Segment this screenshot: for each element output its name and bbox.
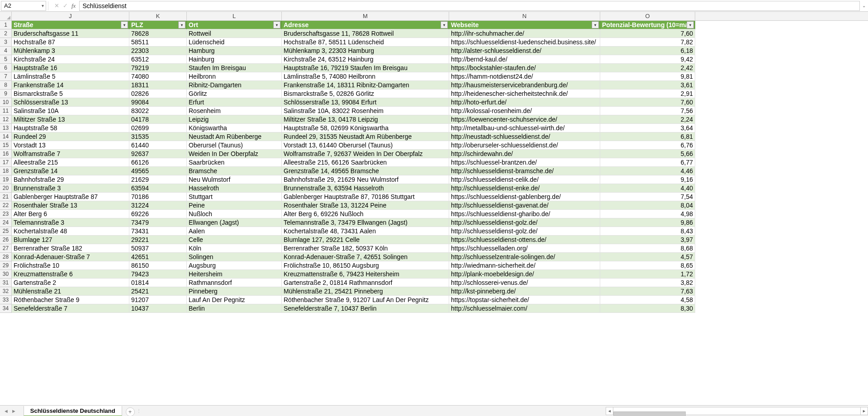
cell[interactable]: Bruderschaftsgasse 11, 78628 Rottweil [282,29,449,38]
cell[interactable]: Konrad-Adenauer-Straße 7, 42651 Solingen [282,253,449,261]
row-header[interactable]: 22 [0,201,12,210]
cell[interactable]: 4,58 [600,296,695,304]
cell[interactable]: Hauptstraße 58 [12,124,129,132]
row-header[interactable]: 28 [0,253,12,261]
cell[interactable]: Vorstadt 13 [12,141,129,150]
cell[interactable]: Hochstraße 87, 58511 Lüdenscheid [282,38,449,47]
cell[interactable]: Kochertalstraße 48, 73431 Aalen [282,227,449,236]
cell[interactable]: 79219 [129,64,187,72]
cell[interactable]: Heitersheim [187,270,282,279]
cell[interactable]: Bismarckstraße 5, 02826 Görlitz [282,90,449,98]
cell[interactable]: Weiden In Der Oberpfalz [187,150,282,158]
cell[interactable]: http://kolossal-rosenheim.de/ [449,107,600,115]
cell[interactable]: Bismarckstraße 5 [12,90,129,98]
cell[interactable]: Mühlenkamp 3 [12,47,129,55]
cell[interactable]: Rottweil [187,29,282,38]
cell[interactable]: Görlitz [187,90,282,98]
cell[interactable]: 79423 [129,270,187,279]
row-header[interactable]: 26 [0,236,12,244]
cell[interactable]: Lämlinstraße 5, 74080 Heilbronn [282,72,449,81]
cell[interactable]: Leipzig [187,115,282,124]
cell[interactable]: 2,24 [600,115,695,124]
row-header[interactable]: 23 [0,210,12,218]
cell[interactable]: Stuttgart [187,193,282,201]
cell[interactable]: http://neustadt-schluesseldienst.de/ [449,132,600,141]
cell[interactable]: https://schluesseldienst-ottens.de/ [449,236,600,244]
cell[interactable]: https://bockstahler-staufen.de/ [449,64,600,72]
cell[interactable]: 6,76 [600,141,695,150]
row-header[interactable]: 14 [0,132,12,141]
cell[interactable]: Frölichstraße 10 [12,261,129,270]
cell[interactable]: Mühlenstraße 21, 25421 Pinneberg [282,287,449,296]
cell[interactable]: Berrenrather Straße 182, 50937 Köln [282,244,449,253]
cell[interactable]: Telemannstraße 3 [12,218,129,227]
cell[interactable]: Bahnhofstraße 29 [12,175,129,184]
cell[interactable]: https://schluessel-brantzen.de/ [449,158,600,167]
cell[interactable]: https://schluesseldienst-luedenscheid.bu… [449,38,600,47]
cell[interactable]: http://schluesseldienst-enke.de/ [449,184,600,193]
cell[interactable]: Brunnenstraße 3, 63594 Hasselroth [282,184,449,193]
cell[interactable]: 99084 [129,98,187,107]
cell[interactable]: 21629 [129,175,187,184]
cell[interactable]: Berlin [187,304,282,313]
cell[interactable]: Mühlenkamp 3, 22303 Hamburg [282,47,449,55]
row-header[interactable]: 6 [0,64,12,72]
cell[interactable]: http://schlosserei-venus.de/ [449,279,600,287]
col-header-j[interactable]: J [12,12,129,20]
cell[interactable]: 3,82 [600,279,695,287]
cell[interactable]: Erfurt [187,98,282,107]
cell[interactable]: Blumlage 127 [12,236,129,244]
filter-dropdown-icon[interactable]: ▾ [592,21,599,28]
cell[interactable]: 25421 [129,287,187,296]
row-header[interactable]: 24 [0,218,12,227]
cell[interactable]: Neu Wulmstorf [187,175,282,184]
cell[interactable]: 02826 [129,90,187,98]
row-header[interactable]: 11 [0,107,12,115]
cell[interactable]: Rosenthaler Straße 13 [12,201,129,210]
cell[interactable]: Hochstraße 87 [12,38,129,47]
cell[interactable]: http://schluesseldienst-gavenat.de/ [449,201,600,210]
cell[interactable]: 4,46 [600,167,695,175]
cell[interactable]: Hamburg [187,47,282,55]
cell[interactable]: Senefelderstraße 7, 10437 Berlin [282,304,449,313]
cell[interactable]: 6,81 [600,132,695,141]
cell[interactable]: Wolframstraße 7, 92637 Weiden In Der Obe… [282,150,449,158]
cell[interactable]: Bramsche [187,167,282,175]
col-header-o[interactable]: O [600,12,695,20]
cell[interactable]: 9,16 [600,175,695,184]
cell[interactable]: http://schluesseldienst-golz.de/ [449,227,600,236]
cell[interactable]: https://loewencenter-schuhservice.de/ [449,115,600,124]
cell[interactable]: Konrad-Adenauer-Straße 7 [12,253,129,261]
cell[interactable]: Lüdenscheid [187,38,282,47]
cell[interactable]: Mühlenstraße 21 [12,287,129,296]
cell[interactable]: Alter Berg 6 [12,210,129,218]
row-header[interactable]: 18 [0,167,12,175]
select-all-corner[interactable] [0,12,12,20]
cell[interactable]: Hainburg [187,55,282,64]
filter-dropdown-icon[interactable]: ▾ [121,21,128,28]
cell[interactable]: 8,30 [600,304,695,313]
cell[interactable]: https://topstar-sicherheit.de/ [449,296,600,304]
row-header[interactable]: 29 [0,261,12,270]
cell[interactable]: Telemannstraße 3, 73479 Ellwangen (Jagst… [282,218,449,227]
cell[interactable]: Gablenberger Hauptstraße 87, 70186 Stutt… [282,193,449,201]
filter-dropdown-icon[interactable]: ▾ [273,21,280,28]
cell[interactable]: Wolframstraße 7 [12,150,129,158]
cell[interactable]: Ribnitz-Damgarten [187,81,282,90]
cell[interactable]: Schlösserstraße 13, 99084 Erfurt [282,98,449,107]
cell[interactable]: Miltitzer Straße 13 [12,115,129,124]
cell[interactable]: Kirchstraße 24 [12,55,129,64]
cell[interactable]: 2,42 [600,64,695,72]
cell[interactable]: 3,64 [600,124,695,132]
cell[interactable]: 8,43 [600,227,695,236]
cell[interactable]: 7,60 [600,29,695,38]
cell[interactable]: http://schluesseldienst-bramsche.de/ [449,167,600,175]
cell[interactable]: 7,54 [600,193,695,201]
cell[interactable]: Staufen Im Breisgau [187,64,282,72]
cell[interactable]: Alleestraße 215 [12,158,129,167]
cell[interactable]: 7,60 [600,98,695,107]
cell[interactable]: 9,86 [600,218,695,227]
cell[interactable]: http://alster-schluesseldienst.de/ [449,47,600,55]
cell[interactable]: 8,68 [600,244,695,253]
cell[interactable]: http://heidenescher-sicherheitstechnik.d… [449,90,600,98]
